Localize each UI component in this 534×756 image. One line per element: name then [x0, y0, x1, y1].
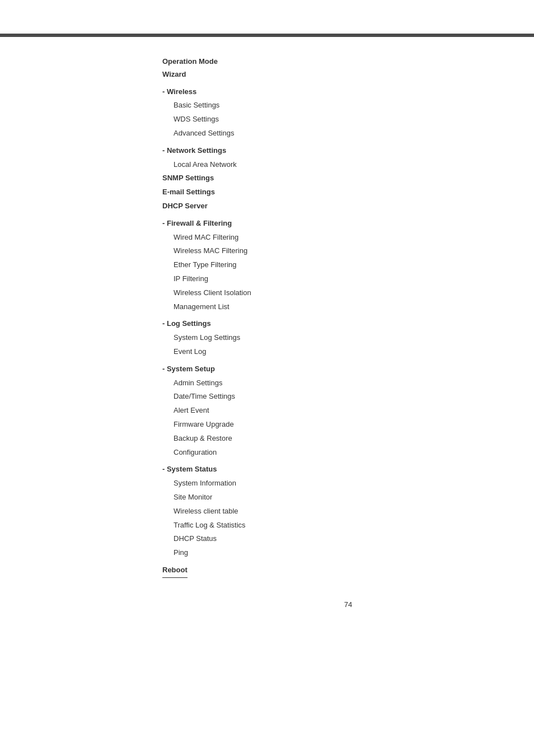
menu-item-wireless-header[interactable]: - Wireless: [162, 86, 534, 98]
menu-item-ether-type-filtering[interactable]: Ether Type Filtering: [162, 259, 534, 271]
menu-item-dhcp-server[interactable]: DHCP Server: [162, 200, 534, 212]
top-bar: [0, 34, 534, 37]
menu-item-ping[interactable]: Ping: [162, 547, 534, 559]
menu-item-admin-settings[interactable]: Admin Settings: [162, 377, 534, 389]
page-number: 74: [162, 600, 534, 609]
menu-item-management-list[interactable]: Management List: [162, 301, 534, 313]
menu-item-firewall-filtering-header[interactable]: - Firewall & Filtering: [162, 218, 534, 230]
menu-item-datetime-settings[interactable]: Date/Time Settings: [162, 391, 534, 403]
menu-item-operation-mode[interactable]: Operation Mode: [162, 56, 534, 68]
menu-item-wizard[interactable]: Wizard: [162, 69, 534, 81]
content-area: Operation ModeWizard- WirelessBasic Sett…: [0, 0, 534, 642]
menu-item-email-settings[interactable]: E-mail Settings: [162, 186, 534, 198]
menu-item-system-log-settings[interactable]: System Log Settings: [162, 332, 534, 344]
menu-item-reboot[interactable]: Reboot: [162, 561, 534, 578]
menu-item-dhcp-status[interactable]: DHCP Status: [162, 533, 534, 545]
reboot-label[interactable]: Reboot: [162, 564, 188, 578]
menu-item-wireless-client-isolation[interactable]: Wireless Client Isolation: [162, 287, 534, 299]
menu-item-alert-event[interactable]: Alert Event: [162, 405, 534, 417]
menu-item-advanced-settings[interactable]: Advanced Settings: [162, 128, 534, 139]
menu-item-backup-restore[interactable]: Backup & Restore: [162, 433, 534, 445]
menu-item-event-log[interactable]: Event Log: [162, 346, 534, 358]
menu-item-snmp-settings[interactable]: SNMP Settings: [162, 172, 534, 184]
menu-item-local-area-network[interactable]: Local Area Network: [162, 159, 534, 171]
menu-item-system-status-header[interactable]: - System Status: [162, 464, 534, 475]
menu-item-firmware-upgrade[interactable]: Firmware Upgrade: [162, 419, 534, 431]
menu-item-site-monitor[interactable]: Site Monitor: [162, 492, 534, 503]
menu-item-wds-settings[interactable]: WDS Settings: [162, 114, 534, 125]
menu-item-wired-mac-filtering[interactable]: Wired MAC Filtering: [162, 232, 534, 244]
menu-item-wireless-mac-filtering[interactable]: Wireless MAC Filtering: [162, 245, 534, 257]
menu-item-log-settings-header[interactable]: - Log Settings: [162, 318, 534, 330]
menu-item-network-settings-header[interactable]: - Network Settings: [162, 145, 534, 157]
menu-item-system-setup-header[interactable]: - System Setup: [162, 363, 534, 375]
menu-item-configuration[interactable]: Configuration: [162, 447, 534, 459]
menu-item-ip-filtering[interactable]: IP Filtering: [162, 273, 534, 285]
menu-item-traffic-log-statistics[interactable]: Traffic Log & Statistics: [162, 520, 534, 531]
menu-item-wireless-client-table[interactable]: Wireless client table: [162, 506, 534, 517]
menu-item-system-information[interactable]: System Information: [162, 478, 534, 489]
menu-container: Operation ModeWizard- WirelessBasic Sett…: [162, 56, 534, 578]
menu-item-basic-settings[interactable]: Basic Settings: [162, 100, 534, 111]
